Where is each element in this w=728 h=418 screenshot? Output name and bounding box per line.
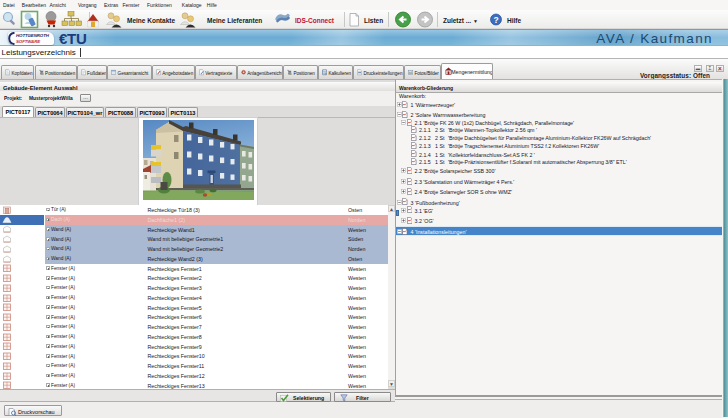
svg-text:?: ? <box>493 15 498 25</box>
